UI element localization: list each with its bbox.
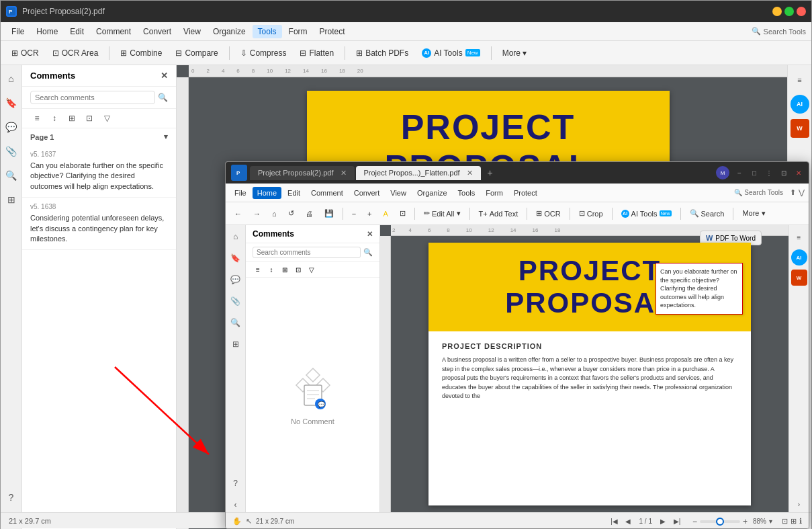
front-menu-tools[interactable]: Tools — [453, 187, 480, 199]
front-home-btn[interactable]: ⌂ — [267, 208, 281, 220]
front-ai-btn[interactable]: AI AI Tools New — [617, 208, 676, 220]
back-tool-ai[interactable]: AI AI Tools New — [416, 46, 485, 60]
front-sb-comment[interactable]: 💬 — [228, 272, 243, 287]
front-crop-btn[interactable]: ⊡ Crop — [574, 207, 608, 220]
front-add-text-btn[interactable]: T+ Add Text — [474, 208, 523, 220]
front-menu-form[interactable]: Form — [481, 187, 508, 199]
front-zoom-slider[interactable] — [700, 520, 740, 523]
back-menu-file[interactable]: File — [6, 25, 30, 38]
back-menu-tools[interactable]: Tools — [253, 25, 282, 38]
front-highlight-btn[interactable]: A — [379, 208, 393, 220]
back-rt-ai[interactable]: AI — [791, 95, 809, 114]
front-maximize[interactable]: □ — [750, 168, 759, 177]
back-sidebar-help[interactable]: ? — [3, 489, 19, 505]
front-ct-sort[interactable]: ↕ — [266, 264, 277, 275]
front-status-hand[interactable]: ✋ — [232, 517, 242, 526]
back-ct-expand[interactable]: ⊡ — [83, 112, 96, 125]
front-sb-layers[interactable]: ⊞ — [228, 337, 243, 352]
back-menu-convert[interactable]: Convert — [138, 25, 177, 38]
back-ct-group[interactable]: ⊞ — [65, 112, 79, 125]
front-restore[interactable]: ⊡ — [779, 168, 788, 177]
front-rt-ai[interactable]: AI — [791, 249, 807, 266]
front-zoom-in[interactable]: + — [363, 208, 376, 220]
front-upload-icon[interactable]: ⬆ — [790, 188, 796, 197]
front-zoom-dropdown[interactable]: ▾ — [769, 518, 772, 525]
front-ocr-btn[interactable]: ⊞ OCR — [531, 207, 565, 220]
back-tool-batch[interactable]: ⊞ Batch PDFs — [351, 46, 414, 60]
back-sidebar-attach[interactable]: 📎 — [3, 143, 19, 159]
front-forward-btn[interactable]: → — [249, 208, 265, 220]
front-sb-home[interactable]: ⌂ — [228, 229, 243, 244]
back-menu-view[interactable]: View — [178, 25, 206, 38]
front-first-page[interactable]: |◀ — [608, 516, 620, 528]
back-rt-ms[interactable]: W — [791, 119, 809, 138]
front-sb-nav[interactable]: ‹ — [228, 497, 243, 512]
front-save-btn[interactable]: 💾 — [320, 207, 339, 220]
front-rt-settings[interactable]: ≡ — [791, 229, 807, 245]
back-tool-ocr[interactable]: ⊞ OCR — [6, 46, 44, 60]
front-more-dots[interactable]: ⋮ — [764, 168, 774, 177]
back-menu-protect[interactable]: Protect — [314, 25, 351, 38]
front-ct-expand[interactable]: ⊡ — [293, 264, 304, 275]
back-search-tools-text[interactable]: Search Tools — [764, 28, 806, 36]
front-more-btn[interactable]: More ▾ — [737, 207, 770, 220]
front-view-fullscreen[interactable]: ⊞ — [791, 517, 797, 526]
front-sb-help[interactable]: ? — [228, 476, 243, 491]
front-close[interactable]: ✕ — [794, 168, 803, 177]
front-back-btn[interactable]: ← — [230, 208, 246, 220]
front-menu-home[interactable]: Home — [253, 187, 281, 199]
back-tool-flatten[interactable]: ⊟ Flatten — [294, 46, 339, 60]
front-print-btn[interactable]: 🖨 — [301, 208, 318, 220]
back-tool-compress[interactable]: ⇩ Compress — [235, 46, 292, 60]
front-tab-1-close[interactable]: ✕ — [341, 169, 347, 177]
back-sidebar-bookmark[interactable]: 🔖 — [3, 95, 19, 111]
front-zoom-out[interactable]: − — [347, 208, 361, 220]
back-sidebar-home[interactable]: ⌂ — [3, 71, 19, 87]
front-sb-attach[interactable]: 📎 — [228, 294, 243, 309]
front-ct-group[interactable]: ⊞ — [279, 264, 290, 275]
front-last-page[interactable]: ▶| — [671, 516, 683, 528]
back-tool-compare[interactable]: ⊟ Compare — [170, 46, 223, 60]
front-tab-1[interactable]: Project Proposal(2).pdf ✕ — [250, 166, 355, 180]
front-rt-expand[interactable]: › — [791, 496, 807, 512]
back-sidebar-search[interactable]: 🔍 — [3, 167, 19, 184]
front-comments-search-input[interactable] — [253, 247, 361, 258]
front-search-tools-text[interactable]: Search Tools — [744, 189, 783, 196]
front-search-btn[interactable]: 🔍 Search — [685, 207, 729, 220]
front-tab-2-close[interactable]: ✕ — [467, 169, 473, 177]
front-reload-btn[interactable]: ↺ — [283, 207, 299, 220]
back-ct-list[interactable]: ≡ — [30, 112, 44, 125]
front-sb-search[interactable]: 🔍 — [228, 315, 243, 330]
front-status-cursor[interactable]: ↖ — [246, 517, 252, 526]
front-view-single[interactable]: ⊡ — [782, 517, 788, 526]
back-maximize-btn[interactable] — [784, 7, 794, 16]
front-ct-list[interactable]: ≡ — [253, 264, 263, 275]
front-comments-close[interactable]: ✕ — [367, 230, 373, 239]
front-menu-view[interactable]: View — [386, 187, 411, 199]
front-menu-comment[interactable]: Comment — [306, 187, 348, 199]
front-zoom-in-status[interactable]: + — [743, 517, 748, 526]
front-menu-protect[interactable]: Protect — [509, 187, 542, 199]
back-ct-sort[interactable]: ↕ — [48, 112, 61, 125]
front-rt-ms[interactable]: W — [791, 270, 807, 286]
back-menu-home[interactable]: Home — [31, 25, 63, 38]
back-menu-edit[interactable]: Edit — [64, 25, 89, 38]
back-tool-ocr-area[interactable]: ⊡ OCR Area — [47, 46, 104, 60]
front-sb-bookmark[interactable]: 🔖 — [228, 251, 243, 266]
front-expand-icon[interactable]: ⋁ — [799, 188, 805, 197]
front-menu-file[interactable]: File — [230, 187, 251, 199]
back-tool-combine[interactable]: ⊞ Combine — [115, 46, 167, 60]
front-view-info[interactable]: ℹ — [799, 517, 802, 526]
front-minimize[interactable]: − — [735, 168, 744, 177]
back-menu-comment[interactable]: Comment — [91, 25, 136, 38]
back-menu-organize[interactable]: Organize — [208, 25, 251, 38]
back-ct-filter[interactable]: ▽ — [100, 112, 114, 125]
back-tool-more[interactable]: More ▾ — [497, 46, 533, 60]
back-page-label[interactable]: Page 1 ▾ — [22, 128, 176, 145]
front-tab-2[interactable]: Project Propos...)_Flatten.pdf ✕ — [356, 166, 481, 180]
back-minimize-btn[interactable] — [772, 7, 782, 16]
back-menu-form[interactable]: Form — [283, 25, 313, 38]
front-menu-organize[interactable]: Organize — [412, 187, 452, 199]
front-menu-convert[interactable]: Convert — [349, 187, 385, 199]
back-sidebar-comment[interactable]: 💬 — [3, 119, 19, 135]
